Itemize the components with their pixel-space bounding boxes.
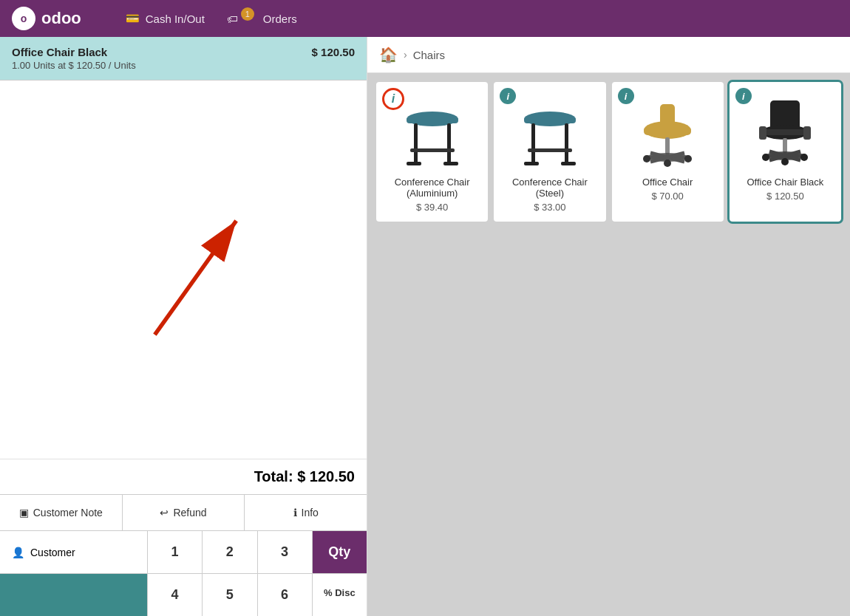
svg-rect-13 — [528, 148, 572, 152]
svg-rect-12 — [565, 123, 568, 164]
customer-note-icon: ▣ — [19, 507, 29, 519]
product-card-conf-aluminium[interactable]: i — [376, 82, 488, 222]
svg-rect-4 — [414, 123, 418, 164]
svg-rect-30 — [761, 129, 809, 135]
numpad-keys-row1: 1 2 3 Qty — [148, 531, 367, 573]
product-info-icon-black[interactable]: i — [735, 88, 752, 104]
svg-rect-32 — [803, 126, 811, 140]
numpad-key-6[interactable]: 6 — [258, 574, 313, 616]
nav-cash-label: Cash In/Out — [146, 13, 205, 25]
main-layout: Office Chair Black $ 120.50 1.00 Units a… — [0, 37, 850, 616]
product-price-conf-aluminium: $ 39.40 — [416, 202, 448, 213]
numpad-key-2[interactable]: 2 — [203, 531, 257, 573]
numpad-keys-row2: 4 5 6 % Disc — [148, 574, 367, 616]
refund-button[interactable]: ↩ Refund — [123, 495, 245, 530]
logo: o odoo — [12, 7, 81, 30]
svg-rect-14 — [524, 162, 539, 165]
refund-icon: ↩ — [160, 507, 169, 519]
svg-rect-15 — [561, 162, 576, 165]
product-image-office-chair-black — [748, 97, 822, 171]
numpad-row-1: 👤 Customer 1 2 3 Qty — [0, 530, 367, 573]
home-icon[interactable]: 🏠 — [379, 46, 398, 64]
svg-rect-31 — [759, 126, 766, 140]
product-card-office-chair-black[interactable]: i — [730, 82, 841, 222]
svg-rect-10 — [524, 117, 576, 123]
product-price-conf-steel: $ 33.00 — [534, 202, 565, 213]
product-name-conf-steel: Conference Chair (Steel) — [503, 177, 596, 199]
product-image-office-chair — [630, 97, 704, 171]
total-value: $ 120.50 — [297, 468, 355, 485]
numpad-key-5[interactable]: 5 — [203, 574, 257, 616]
annotation-arrow — [0, 81, 367, 459]
orders-icon: 🏷 — [227, 13, 238, 25]
product-card-conf-steel[interactable]: i Conference Chair (Steel) $ 33.00 — [494, 82, 605, 222]
total-label: Total: — [254, 468, 293, 485]
refund-label: Refund — [173, 507, 206, 519]
breadcrumb: 🏠 › Chairs — [367, 37, 850, 73]
svg-point-40 — [800, 154, 808, 161]
action-buttons: ▣ Customer Note ↩ Refund ℹ Info — [0, 494, 367, 530]
svg-rect-8 — [443, 162, 458, 165]
svg-point-41 — [781, 158, 789, 165]
numpad-key-disc[interactable]: % Disc — [313, 574, 367, 616]
svg-rect-5 — [447, 123, 451, 164]
info-icon: ℹ — [293, 507, 297, 519]
product-image-conf-aluminium — [395, 97, 469, 171]
order-item[interactable]: Office Chair Black $ 120.50 1.00 Units a… — [0, 37, 367, 81]
product-price-office-chair-black: $ 120.50 — [766, 191, 804, 202]
order-item-detail: 1.00 Units at $ 120.50 / Units — [12, 60, 355, 71]
svg-rect-3 — [407, 117, 458, 123]
logo-icon: o — [12, 7, 35, 30]
product-grid: i — [367, 73, 850, 616]
svg-rect-17 — [644, 128, 691, 135]
app-header: o odoo 💳 Cash In/Out 🏷 1 Orders — [0, 0, 850, 37]
svg-point-39 — [762, 154, 769, 161]
order-item-header: Office Chair Black $ 120.50 — [12, 46, 355, 58]
breadcrumb-separator: › — [404, 49, 407, 61]
cash-icon: 💳 — [126, 12, 140, 25]
customer-cell-2 — [0, 574, 148, 616]
svg-rect-7 — [407, 162, 421, 165]
svg-point-27 — [664, 160, 671, 167]
numpad-key-4[interactable]: 4 — [148, 574, 203, 616]
logo-text: odoo — [41, 9, 81, 28]
breadcrumb-current: Chairs — [413, 49, 445, 61]
product-info-icon-office[interactable]: i — [618, 88, 634, 104]
product-card-office-chair[interactable]: i — [612, 82, 724, 222]
order-item-name: Office Chair Black — [12, 46, 107, 58]
svg-line-1 — [154, 221, 236, 335]
left-panel: Office Chair Black $ 120.50 1.00 Units a… — [0, 37, 367, 616]
numpad-key-3[interactable]: 3 — [258, 531, 313, 573]
orders-badge: 1 — [241, 7, 254, 21]
product-name-office-chair-black: Office Chair Black — [747, 177, 823, 188]
right-panel: 🏠 › Chairs i — [367, 37, 850, 616]
customer-label: Customer — [30, 547, 75, 558]
numpad-key-qty[interactable]: Qty — [313, 531, 367, 573]
product-price-office-chair: $ 70.00 — [651, 191, 683, 202]
product-info-icon-highlighted[interactable]: i — [382, 88, 404, 110]
info-button[interactable]: ℹ Info — [245, 495, 367, 530]
customer-note-label: Customer Note — [33, 507, 103, 519]
total-bar: Total: $ 120.50 — [0, 459, 367, 494]
svg-point-26 — [684, 155, 692, 162]
info-label: Info — [302, 507, 319, 519]
product-name-conf-aluminium: Conference Chair (Aluminium) — [385, 177, 479, 199]
svg-point-25 — [643, 155, 650, 162]
order-body — [0, 81, 367, 459]
customer-icon: 👤 — [12, 547, 24, 558]
svg-rect-6 — [410, 148, 455, 152]
numpad-row-2: 4 5 6 % Disc — [0, 573, 367, 616]
product-image-conf-steel — [513, 97, 587, 171]
svg-rect-18 — [660, 104, 675, 126]
product-name-office-chair: Office Chair — [642, 177, 693, 188]
nav-orders-label: Orders — [263, 13, 297, 25]
nav-orders[interactable]: 🏷 1 Orders — [227, 12, 297, 25]
customer-note-button[interactable]: ▣ Customer Note — [0, 495, 123, 530]
nav-cash[interactable]: 💳 Cash In/Out — [126, 12, 205, 25]
svg-rect-11 — [531, 123, 535, 164]
header-nav: 💳 Cash In/Out 🏷 1 Orders — [126, 12, 297, 25]
order-item-price: $ 120.50 — [312, 46, 355, 58]
customer-cell[interactable]: 👤 Customer — [0, 531, 148, 573]
numpad-key-1[interactable]: 1 — [148, 531, 203, 573]
